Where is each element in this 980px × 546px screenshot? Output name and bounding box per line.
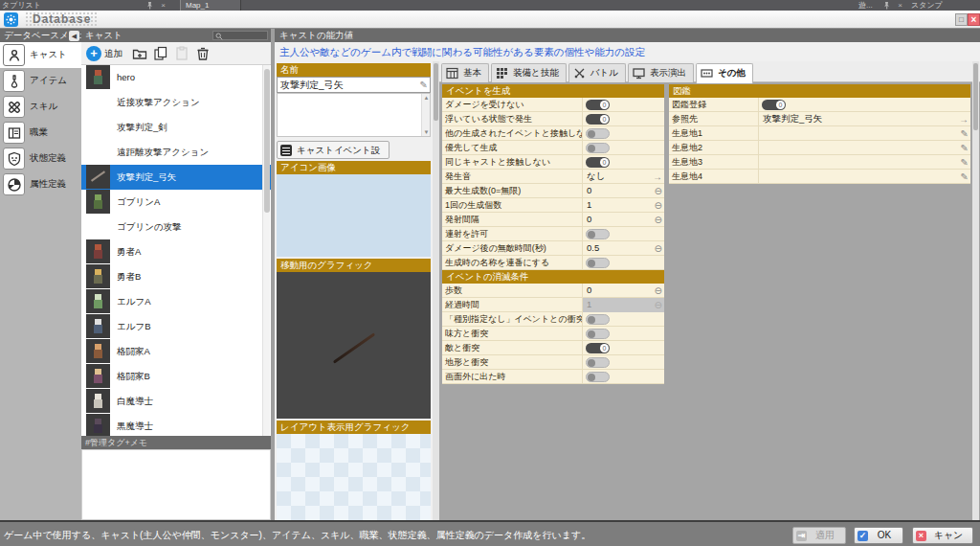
scrollbar-thumb[interactable] bbox=[264, 69, 270, 213]
sidebar-item-キャスト[interactable]: キャスト bbox=[0, 42, 81, 68]
cast-list-item[interactable]: 遠距離攻撃アクション bbox=[81, 140, 271, 165]
toggle-switch[interactable] bbox=[586, 143, 610, 153]
value-text[interactable]: 0 bbox=[587, 214, 591, 224]
toggle-switch[interactable] bbox=[586, 329, 610, 339]
arrow-right-icon[interactable]: → bbox=[653, 170, 662, 184]
cast-list-item[interactable]: 黒魔導士 bbox=[81, 414, 271, 436]
close-dock-icon[interactable]: × bbox=[896, 1, 904, 10]
cast-list-item[interactable]: 勇者B bbox=[81, 264, 271, 289]
scrollbar-thumb[interactable] bbox=[973, 63, 978, 130]
value-text[interactable]: 0 bbox=[587, 185, 591, 195]
value-text[interactable]: 1 bbox=[587, 199, 591, 210]
setting-label: 歩数 bbox=[442, 284, 583, 298]
cast-event-settings-button[interactable]: キャストイベント設定... bbox=[277, 141, 390, 159]
toggle-switch[interactable] bbox=[586, 229, 610, 239]
scrollbar-thumb[interactable] bbox=[434, 63, 438, 121]
search-input[interactable] bbox=[212, 31, 268, 40]
move-graphic-header: 移動用のグラフィック bbox=[277, 259, 431, 272]
toggle-switch[interactable] bbox=[586, 128, 610, 139]
toggle-switch[interactable] bbox=[586, 357, 610, 368]
cast-list-item[interactable]: 攻撃判定_剣 bbox=[81, 115, 271, 140]
sidebar-item-アイテム[interactable]: アイテム bbox=[0, 68, 81, 94]
duplicate-button[interactable] bbox=[152, 45, 169, 62]
panel-description: 主人公や敵などのゲーム内で戦闘に関わる可能性がある要素の個性や能力の設定 bbox=[275, 42, 980, 61]
ok-button[interactable]: ✓ OK bbox=[854, 527, 903, 544]
cast-list-item[interactable]: 格闘家B bbox=[81, 364, 271, 389]
name-field[interactable]: 攻撃判定_弓矢 ✎ bbox=[277, 77, 431, 93]
toggle-switch[interactable]: 0 bbox=[586, 157, 610, 168]
toggle-switch[interactable]: 0 bbox=[586, 114, 610, 125]
toggle-switch[interactable]: 0 bbox=[762, 100, 786, 110]
pin-icon[interactable] bbox=[145, 1, 154, 10]
cast-list-item[interactable]: 近接攻撃アクション bbox=[81, 90, 271, 115]
settings-scrollbar[interactable] bbox=[972, 61, 979, 520]
cancel-button[interactable]: × キャンセル bbox=[912, 527, 973, 544]
tab-表示演出[interactable]: 表示演出 bbox=[628, 63, 694, 82]
sidebar-item-スキル[interactable]: スキル bbox=[0, 94, 81, 120]
minus-circle-icon[interactable]: ⊖ bbox=[655, 184, 662, 198]
cast-list-item[interactable]: ゴブリンA bbox=[81, 190, 271, 215]
maximize-button[interactable]: □ bbox=[955, 13, 968, 26]
cast-item-label: hero bbox=[117, 72, 135, 82]
dock-title-tablist: タブリスト bbox=[2, 0, 41, 11]
pencil-icon[interactable]: ✎ bbox=[961, 170, 969, 184]
cast-item-label: 近接攻撃アクション bbox=[117, 97, 200, 109]
collapse-sidebar-icon[interactable]: ◀ bbox=[69, 31, 79, 41]
sidebar-item-状態定義[interactable]: 状態定義 bbox=[0, 146, 81, 171]
minus-circle-icon[interactable]: ⊖ bbox=[655, 298, 662, 312]
tab-基本[interactable]: 基本 bbox=[441, 63, 489, 82]
pencil-icon[interactable]: ✎ bbox=[961, 155, 969, 170]
tab-map1[interactable]: Map_1 bbox=[180, 0, 241, 11]
delete-button[interactable] bbox=[194, 45, 212, 62]
cast-list-item[interactable]: 格闘家A bbox=[81, 339, 271, 364]
cast-list-item[interactable]: 攻撃判定_弓矢 bbox=[81, 165, 271, 190]
memo-text-area[interactable] bbox=[81, 449, 271, 520]
tab-装備と技能[interactable]: 装備と技能 bbox=[491, 63, 567, 82]
cast-list-item[interactable]: エルフB bbox=[81, 314, 271, 339]
memo-tag-bar[interactable]: #管理タグ+メモ bbox=[81, 436, 271, 449]
detail-scrollbar[interactable] bbox=[433, 61, 439, 520]
add-cast-button[interactable]: + 追加 bbox=[86, 45, 130, 62]
cast-list-item[interactable]: 勇者A bbox=[81, 239, 271, 264]
sidebar-item-属性定義[interactable]: 属性定義 bbox=[0, 171, 81, 197]
tab-その他[interactable]: その他 bbox=[696, 63, 753, 83]
cast-list-item[interactable]: hero bbox=[81, 65, 271, 90]
paste-button[interactable] bbox=[173, 45, 190, 62]
close-dock-icon[interactable]: × bbox=[159, 1, 167, 10]
toggle-knob bbox=[588, 374, 595, 381]
pin-icon[interactable] bbox=[882, 1, 891, 10]
scroll-down-icon[interactable]: ▼ bbox=[422, 129, 431, 135]
layout-graphic-preview[interactable] bbox=[277, 434, 431, 520]
apply-button[interactable]: ⇥ 適用 bbox=[792, 527, 846, 544]
new-folder-button[interactable] bbox=[131, 45, 148, 62]
tab-バトル[interactable]: バトル bbox=[568, 63, 626, 82]
value-text[interactable]: 0 bbox=[587, 284, 591, 295]
arrow-right-icon[interactable]: → bbox=[959, 112, 969, 126]
note-scrollbar[interactable]: ▲▼ bbox=[421, 94, 430, 136]
move-graphic-preview[interactable] bbox=[277, 272, 431, 419]
sidebar-item-職業[interactable]: 職業 bbox=[0, 120, 81, 146]
toggle-switch[interactable] bbox=[586, 314, 610, 325]
minus-circle-icon[interactable]: ⊖ bbox=[655, 241, 662, 256]
minus-circle-icon[interactable]: ⊖ bbox=[655, 213, 662, 227]
icon-image-preview[interactable] bbox=[277, 174, 431, 257]
toggle-switch[interactable] bbox=[586, 258, 610, 268]
scroll-up-icon[interactable]: ▲ bbox=[422, 95, 431, 101]
minus-circle-icon[interactable]: ⊖ bbox=[655, 284, 662, 298]
toggle-switch[interactable]: 0 bbox=[586, 100, 610, 110]
value-text[interactable]: 攻撃判定_弓矢 bbox=[763, 113, 822, 125]
toggle-switch[interactable]: 0 bbox=[586, 343, 610, 353]
cast-list-scrollbar[interactable] bbox=[262, 65, 270, 436]
toggle-switch[interactable] bbox=[586, 372, 610, 382]
cast-list-item[interactable]: 白魔導士 bbox=[81, 389, 271, 414]
cast-list-item[interactable]: エルフA bbox=[81, 289, 271, 314]
minus-circle-icon[interactable]: ⊖ bbox=[655, 198, 662, 213]
cast-list-item[interactable]: ゴブリンの攻撃 bbox=[81, 215, 271, 239]
setting-label: 味方と衝突 bbox=[442, 327, 583, 341]
close-button[interactable]: × bbox=[968, 13, 980, 26]
value-text[interactable]: 0.5 bbox=[587, 242, 599, 253]
pencil-icon[interactable]: ✎ bbox=[961, 141, 969, 155]
value-text[interactable]: なし bbox=[587, 171, 605, 183]
pencil-icon[interactable]: ✎ bbox=[961, 126, 969, 141]
note-box[interactable]: ▲▼ bbox=[277, 93, 431, 137]
